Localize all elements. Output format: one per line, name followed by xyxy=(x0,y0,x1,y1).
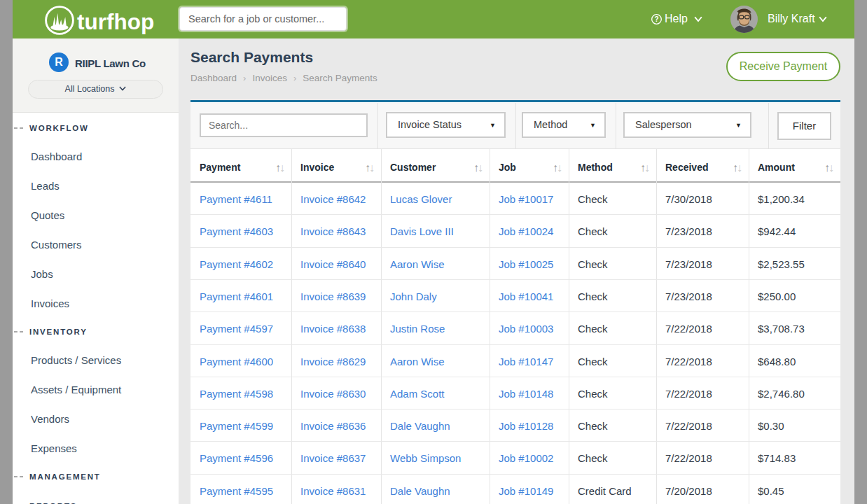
svg-text:?: ? xyxy=(654,15,658,23)
